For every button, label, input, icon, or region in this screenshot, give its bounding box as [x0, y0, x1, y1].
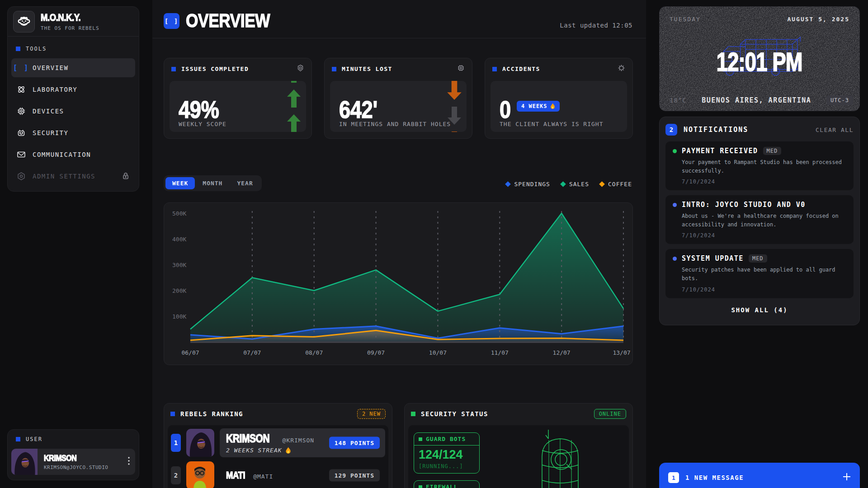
stat-title: ACCIDENTS [502, 66, 540, 72]
timezone-badge: UTC-3 [826, 95, 853, 105]
tools-section-label: TOOLS [16, 46, 135, 52]
new-message-bar[interactable]: 1 1 NEW MESSAGE [659, 463, 860, 488]
user-card[interactable]: KRIMSON KRIMSON@JOYCO.STUDIO [11, 449, 135, 475]
chart-card: 100K200K300K400K500K06/0707/0708/0709/07… [164, 202, 633, 365]
notification-date: 7/10/2024 [682, 178, 846, 185]
user-name: KRIMSON [44, 453, 76, 463]
chart-range-tabs: WEEK MONTH YEAR [164, 175, 262, 191]
notification-card[interactable]: INTRO: JOYCO STUDIO AND V0 About us - We… [665, 195, 854, 244]
svg-text:400K: 400K [172, 236, 186, 243]
message-count-badge: 1 [668, 472, 679, 483]
chart-legend: SPENDINGS SALES COFFEE [506, 179, 632, 188]
kebab-menu-icon[interactable] [128, 457, 130, 467]
location: BUENOS AIRES, ARGENTINA [687, 96, 826, 104]
status-dot [673, 257, 677, 261]
trend-up-arrows-icon [286, 81, 302, 132]
stat-title: MINUTES LOST [342, 66, 392, 72]
user-section-label: USER [16, 436, 135, 442]
gear-icon[interactable] [297, 64, 304, 74]
stat-sub: IN MEETINGS AND RABBIT HOLES [339, 121, 451, 127]
chip-icon [17, 107, 26, 116]
svg-text:10/07: 10/07 [429, 349, 447, 356]
guard-bots-panel: GUARD BOTS 124/124 [RUNNING...] [414, 432, 480, 474]
online-badge: ONLINE [594, 409, 626, 419]
avatar [11, 449, 38, 475]
green-square-icon [411, 412, 415, 416]
avatar [186, 429, 214, 457]
sidebar-item-security[interactable]: SECURITY [11, 123, 135, 142]
temperature: 18°C [670, 97, 687, 104]
tab-week[interactable]: WEEK [165, 177, 195, 189]
plus-icon[interactable] [843, 473, 851, 483]
main-content: [ ] OVERVIEW Last updated 12:05 ISSUES C… [152, 0, 646, 488]
stat-title: ISSUES COMPLETED [181, 66, 249, 72]
notification-card[interactable]: SYSTEM UPDATE MED Security patches have … [665, 249, 854, 298]
rebel-handle: @KRIMSON [283, 437, 315, 444]
blue-square-icon [171, 67, 176, 71]
user-email: KRIMSON@JOYCO.STUDIO [44, 465, 108, 470]
notification-date: 7/10/2024 [682, 232, 846, 239]
legend-coffee: COFFEE [600, 181, 632, 188]
new-badge: 2 NEW [357, 409, 386, 419]
show-all-button[interactable]: SHOW ALL (4) [665, 306, 854, 314]
stat-sub: THE CLIENT ALWAYS IS RIGHT [500, 121, 604, 127]
sidebar-item-overview[interactable]: [ ] OVERVIEW [11, 58, 135, 77]
gear-icon[interactable] [618, 64, 625, 74]
svg-text:06/07: 06/07 [181, 349, 199, 356]
app-subtitle: THE OS FOR REBELS [41, 25, 99, 31]
svg-text:12/07: 12/07 [553, 349, 571, 356]
stat-value: 0 [500, 95, 511, 123]
atom-icon [17, 85, 26, 94]
notification-date: 7/10/2024 [682, 286, 846, 293]
clock-widget: TUESDAY AUGUST 5, 2025 12:01 PM 18°C BUE… [659, 6, 860, 111]
area-chart: 100K200K300K400K500K06/0707/0708/0709/07… [164, 203, 632, 365]
tab-year[interactable]: YEAR [230, 177, 259, 189]
ranking-title: REBELS RANKING [180, 410, 243, 418]
logo-tile [13, 11, 35, 33]
monkey-logo-icon [16, 14, 32, 29]
stat-body: 642' IN MEETINGS AND RABBIT HOLES [330, 81, 467, 132]
blue-square-icon [16, 47, 20, 51]
priority-badge: MED [763, 147, 782, 155]
clear-all-button[interactable]: CLEAR ALL [816, 127, 854, 133]
blue-square-icon [492, 67, 497, 71]
logo-header: M.O.N.K.Y. THE OS FOR REBELS [8, 7, 139, 37]
legend-sales: SALES [561, 181, 589, 188]
rank-number: 2 [171, 466, 181, 484]
svg-text:100K: 100K [172, 313, 186, 320]
stat-card-issues: ISSUES COMPLETED 49% WEEKLY SCOPE [164, 58, 312, 139]
sidebar-nav: TOOLS [ ] OVERVIEW LABORATORY DEVICES [8, 37, 139, 192]
rebel-name: MATI [226, 469, 245, 481]
gear-icon[interactable] [457, 64, 465, 74]
notification-body: Your payment to Rampant Studio has been … [682, 158, 846, 175]
user-panel: USER KRIMSON KRIMSON@JOYCO.STUDIO [7, 429, 139, 480]
tab-month[interactable]: MONTH [196, 177, 229, 189]
svg-text:500K: 500K [172, 210, 186, 217]
stat-body: 0 4 WEEKS THE CLIENT ALWAYS IS RIGHT [491, 81, 627, 132]
priority-badge: MED [749, 254, 767, 263]
notification-card[interactable]: PAYMENT RECEIVED MED Your payment to Ram… [665, 141, 854, 190]
svg-text:13/07: 13/07 [613, 349, 630, 356]
points-badge: 148 POINTS [329, 437, 380, 449]
diamond-icon [505, 181, 511, 187]
brackets-icon: [ ] [17, 64, 26, 72]
hexagon-gear-icon [17, 172, 26, 181]
overview-brackets-icon: [ ] [164, 13, 179, 29]
sidebar-item-devices[interactable]: DEVICES [11, 102, 135, 121]
sidebar-item-communication[interactable]: COMMUNICATION [11, 145, 135, 164]
ranking-row-1[interactable]: 1 KRIMSON [171, 428, 385, 457]
stat-body: 49% WEEKLY SCOPE [170, 81, 306, 132]
app-title: M.O.N.K.Y. [41, 12, 80, 23]
notifications-header: 2 NOTIFICATIONS CLEAR ALL [665, 123, 854, 136]
sidebar-item-laboratory[interactable]: LABORATORY [11, 80, 135, 99]
ranking-row-info: KRIMSON @KRIMSON 2 WEEKS STREAK 148 POIN… [220, 428, 385, 457]
stat-card-minutes: MINUTES LOST 642' IN MEETINGS AND RABBIT… [324, 58, 472, 139]
svg-text:07/07: 07/07 [243, 349, 261, 356]
ranking-rows: 1 KRIMSON [168, 425, 388, 488]
sidebar-item-admin-settings[interactable]: ADMIN SETTINGS [11, 167, 135, 186]
last-updated: Last updated 12:05 [560, 22, 632, 29]
blue-square-icon [16, 437, 20, 441]
ranking-row-2[interactable]: 2 MATI [171, 461, 385, 488]
guard-bots-state: [RUNNING...] [419, 463, 479, 469]
points-badge: 129 POINTS [329, 469, 380, 482]
